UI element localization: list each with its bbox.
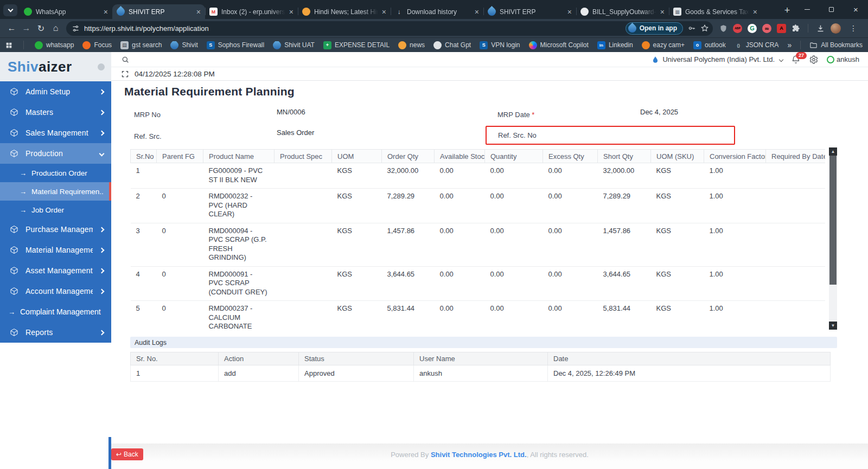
scroll-down-button[interactable]: ▼ [829,322,837,330]
site-settings-icon[interactable] [72,24,80,33]
bookmark-star-icon[interactable] [700,24,709,33]
scrollbar-thumb[interactable] [829,156,837,285]
browser-tab-goods-services-tax-gs[interactable]: ▦Goods & Services Tax (GS× [669,4,762,19]
bookmark-microsoft-copilot[interactable]: Microsoft Copilot [529,41,589,49]
user-menu[interactable]: ankush [827,55,859,63]
sidebar-item-complaint-management[interactable]: →Complaint Management [0,301,111,322]
tab-close-icon[interactable]: × [289,8,293,16]
table-cell: KGS [332,189,382,223]
open-in-app-label: Open in app [640,24,677,32]
browser-tab-whatsapp[interactable]: WhatsApp× [20,4,112,19]
maximize-button[interactable] [819,0,844,19]
sidebar-item-sales-mangement[interactable]: Sales Mangement [0,123,111,143]
tab-close-icon[interactable]: × [104,8,108,16]
sidebar-item-material-requiremen[interactable]: →Material Requiremen... [0,182,111,201]
sidebar-item-job-order[interactable]: →Job Order [0,201,111,219]
browser-tab-shivit-erp[interactable]: SHIVIT ERP× [112,4,205,19]
scroll-up-button[interactable]: ▲ [829,147,837,156]
ref-src-no-field[interactable]: Ref. Src. No [486,126,735,145]
sidebar-item-admin-setup[interactable]: Admin Setup [0,81,111,102]
mrp-date-value[interactable]: Dec 4, 2025 [640,108,678,116]
browser-tab-inbox-2-erp-universalpo[interactable]: MInbox (2) - erp.universalpo× [205,4,298,19]
table-row: 20RMD000232 - PVC (HARD CLEAR)KGS7,289.2… [131,189,826,223]
tab-close-icon[interactable]: × [475,8,479,16]
bookmark-shivit-uat[interactable]: Shivit UAT [273,41,315,49]
column-header-conversion-factor: Conversion Factor [704,150,766,163]
date-bar: 04/12/2025 12:28:08 PM [111,67,868,81]
bookmarks-overflow-icon[interactable]: » [788,41,792,49]
apps-grid-icon[interactable] [5,42,12,49]
arrow-right-icon: → [20,206,27,214]
shield-extension-icon[interactable] [719,24,727,33]
forward-nav-button[interactable]: → [19,21,34,36]
close-window-button[interactable]: × [844,0,868,19]
red-extension-icon[interactable]: ∞ [762,24,771,33]
sidebar-item-reports[interactable]: Reports [0,322,111,343]
sidebar-item-masters[interactable]: Masters [0,102,111,123]
open-in-app-button[interactable]: Open in app [626,22,683,35]
table-cell: 4 [131,266,157,301]
notifications-button[interactable]: 27 [791,55,801,65]
company-selector[interactable]: Universal Polychem (India) Pvt. Ltd. [652,55,783,63]
all-bookmarks-button[interactable]: All Bookmarks [809,41,863,49]
browser-tab-hindi-news-latest-hindi-n[interactable]: Hindi News; Latest Hindi N× [298,4,391,19]
abp-extension-icon[interactable]: ABP [733,24,742,33]
bookmark-expense-detail[interactable]: +EXPENSE DETAIL [323,41,390,49]
pdf-extension-icon[interactable]: A [777,24,786,33]
powered-by-link[interactable]: Shivit Technologies Pvt. Ltd. [431,451,527,459]
tab-close-icon[interactable]: × [382,8,386,16]
sidebar-item-production-order[interactable]: →Production Order [0,164,111,182]
url-text[interactable]: https://erp.shivit.in/polychem/applicati… [84,24,621,33]
bookmark-sophos-firewall[interactable]: SSophos Firewall [207,41,264,49]
bookmark-whatsapp[interactable]: whatsapp [35,41,74,49]
bookmark-eazy-cam[interactable]: eazy cam+ [642,41,685,49]
tab-close-icon[interactable]: × [567,8,572,16]
bookmark-json-crack[interactable]: {}JSON CRACK [735,41,779,49]
tab-close-icon[interactable]: × [196,8,201,16]
fullscreen-icon[interactable] [121,70,129,78]
tab-search-button[interactable] [3,4,17,16]
browser-tab-shivit-erp[interactable]: SHIVIT ERP× [483,4,576,19]
items-table-container[interactable]: Sr.NoParent FGProduct NameProduct SpecUO… [130,149,825,330]
password-key-icon[interactable] [687,24,696,33]
sidebar-item-account-management[interactable]: Account Management [0,281,111,301]
search-icon[interactable] [121,55,130,64]
bookmark-news[interactable]: news [398,41,425,49]
sidebar-item-material-management[interactable]: Material Management [0,240,111,260]
sidebar-item-purchase-manageme[interactable]: Purchase Manageme... [0,219,111,240]
tab-close-icon[interactable]: × [660,8,665,16]
maximize-icon [829,7,834,12]
bookmark-shivit[interactable]: Shivit [170,41,197,49]
browser-tab-bill-supplyoutward-k-2[interactable]: BILL_SupplyOutward-K-2× [576,4,669,19]
table-scrollbar[interactable]: ▲ ▼ [829,147,837,330]
tab-title: SHIVIT ERP [129,8,193,16]
bookmark-focus[interactable]: Focus [82,41,112,49]
minimize-button[interactable] [795,0,819,19]
sidebar-item-production[interactable]: Production [0,143,111,164]
grammarly-extension-icon[interactable]: G [748,24,757,33]
bookmark-favicon-icon [398,41,406,49]
back-nav-button[interactable]: ← [4,21,19,36]
bookmark-chat-gpt[interactable]: Chat Gpt [433,41,471,49]
bookmark-vpn-login[interactable]: SVPN login [480,41,520,49]
profile-avatar[interactable] [831,23,841,34]
downloads-icon[interactable] [816,24,825,33]
settings-button[interactable] [809,55,819,65]
back-button[interactable]: ↩ Back [111,448,143,460]
tab-close-icon[interactable]: × [753,8,757,16]
home-button[interactable]: ⌂ [48,21,63,36]
extensions-puzzle-icon[interactable] [792,24,800,33]
bookmarks-bar: whatsappFocus▤gst searchShivitSSophos Fi… [0,37,868,52]
browser-tab-download-history[interactable]: ↓Download history× [391,4,483,19]
sidebar-toggle[interactable] [98,63,105,70]
sidebar-item-asset-management-s[interactable]: Asset Management S... [0,260,111,281]
table-cell: RMD000237 - CALCIUM CARBONATE CALCITE [203,301,275,330]
column-header-quantity: Quantity [485,150,543,163]
refresh-button[interactable]: ↻ [34,21,48,36]
bookmark-outlook[interactable]: ooutlook [693,41,726,49]
new-tab-button[interactable]: + [780,3,795,18]
bookmark-gst-search[interactable]: ▤gst search [120,41,162,49]
browser-menu-icon[interactable]: ⋮ [846,24,860,33]
bookmark-linkedin[interactable]: inLinkedin [597,41,633,49]
address-bar[interactable]: https://erp.shivit.in/polychem/applicati… [66,21,713,36]
